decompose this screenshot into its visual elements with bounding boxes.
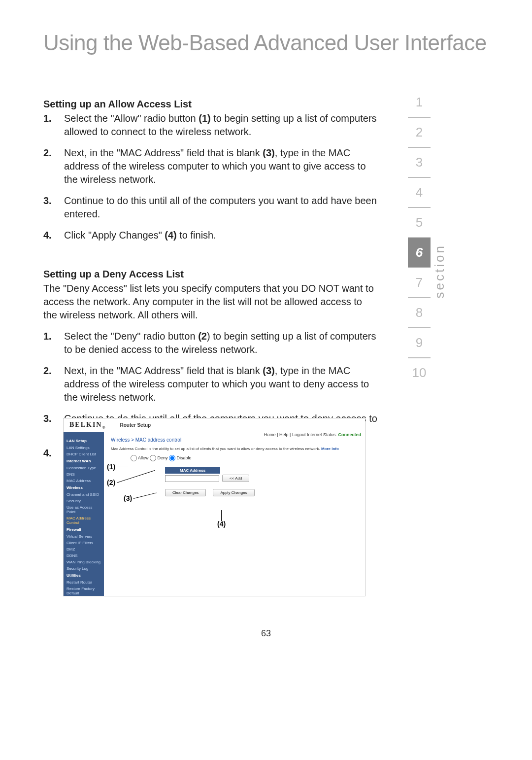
router-setup-label: Router Setup <box>120 422 151 428</box>
sidebar-item[interactable]: MAC Address Control <box>64 515 104 526</box>
section-tabs: 12345678910 <box>408 88 431 387</box>
sidebar-item[interactable]: Client IP Filters <box>64 540 104 546</box>
list-item: 4.Click "Apply Changes" (4) to finish. <box>43 229 378 242</box>
callout-1-line <box>117 467 128 467</box>
page-number: 63 <box>0 628 532 639</box>
section-label: section <box>432 244 447 298</box>
add-button[interactable]: << Add <box>222 475 249 482</box>
section-tab-10[interactable]: 10 <box>408 358 431 387</box>
mac-desc: Mac Address Control is the ability to se… <box>111 447 358 451</box>
allow-heading: Setting up an Allow Access List <box>43 98 378 111</box>
callout-4-line <box>221 510 222 521</box>
sidebar-category: Firewall <box>64 526 104 533</box>
callout-2: (2) <box>107 479 115 486</box>
sidebar-item[interactable]: DHCP Client List <box>64 451 104 457</box>
deny-heading: Setting up a Deny Access List <box>43 268 378 281</box>
section-tab-4[interactable]: 4 <box>408 178 431 208</box>
sidebar-item[interactable]: Channel and SSID <box>64 491 104 498</box>
sidebar-item[interactable]: Restart Router <box>64 579 104 586</box>
list-item: 1.Select the "Allow" radio button (1) to… <box>43 112 378 138</box>
callout-1: (1) <box>107 463 115 471</box>
list-item: 2.Next, in the "MAC Address" field that … <box>43 146 378 186</box>
sidebar-item[interactable]: Connection Type <box>64 465 104 471</box>
section-tab-2[interactable]: 2 <box>408 118 431 148</box>
section-tab-7[interactable]: 7 <box>408 268 431 298</box>
sidebar-category: Internet WAN <box>64 457 104 465</box>
page-title: Using the Web-Based Advanced User Interf… <box>43 31 487 55</box>
section-tab-6[interactable]: 6 <box>408 238 431 268</box>
sidebar-item[interactable]: WAN Ping Blocking <box>64 559 104 565</box>
list-item: 1.Select the "Deny" radio button (2) to … <box>43 330 378 356</box>
callout-3-line <box>133 492 157 499</box>
section-tab-5[interactable]: 5 <box>408 208 431 238</box>
sidebar-item[interactable]: MAC Address <box>64 478 104 484</box>
content-body: Setting up an Allow Access List 1.Select… <box>43 98 378 468</box>
sidebar-item[interactable]: DMZ <box>64 546 104 553</box>
sidebar-category: Utilities <box>64 572 104 579</box>
section-tab-8[interactable]: 8 <box>408 298 431 328</box>
section-tab-3[interactable]: 3 <box>408 148 431 178</box>
more-info-link[interactable]: More Info <box>321 447 339 451</box>
allow-list: 1.Select the "Allow" radio button (1) to… <box>43 112 378 242</box>
router-screenshot: BELKIN® Router Setup Home | Help | Logou… <box>63 418 366 596</box>
deny-radio[interactable]: Deny <box>150 455 168 460</box>
breadcrumb: Wireless > MAC address control <box>111 437 358 443</box>
sidebar-item[interactable]: Virtual Servers <box>64 533 104 540</box>
sidebar-category: Wireless <box>64 484 104 491</box>
callout-4: (4) <box>217 520 226 528</box>
allow-radio[interactable]: Allow <box>131 455 149 460</box>
sidebar-item[interactable]: Use as Access Point <box>64 504 104 515</box>
section-tab-1[interactable]: 1 <box>408 88 431 118</box>
radio-group: Allow Deny Disable <box>131 455 358 461</box>
sidebar-item[interactable]: Restore Factory Default <box>64 586 104 596</box>
list-item: 2.Next, in the "MAC Address" field that … <box>43 364 378 404</box>
sidebar-item[interactable]: LAN Settings <box>64 445 104 451</box>
mac-address-input[interactable] <box>165 475 219 482</box>
callout-3: (3) <box>124 494 132 502</box>
sidebar-item[interactable]: DDNS <box>64 553 104 559</box>
list-item: 3.Continue to do this until all of the c… <box>43 194 378 221</box>
brand-logo: BELKIN® <box>69 421 105 430</box>
sidebar-item[interactable]: DNS <box>64 471 104 478</box>
router-sidebar: LAN SetupLAN SettingsDHCP Client ListInt… <box>64 432 104 596</box>
disable-radio[interactable]: Disable <box>169 455 192 460</box>
sidebar-item[interactable]: Security <box>64 498 104 504</box>
clear-changes-button[interactable]: Clear Changes <box>165 489 206 496</box>
sidebar-item[interactable]: Security Log <box>64 565 104 572</box>
section-tab-9[interactable]: 9 <box>408 328 431 358</box>
deny-intro: The "Deny Access" list lets you specify … <box>43 282 378 322</box>
router-main: Wireless > MAC address control Mac Addre… <box>104 432 365 596</box>
apply-changes-button[interactable]: Apply Changes <box>213 489 254 496</box>
sidebar-category: LAN Setup <box>64 437 104 445</box>
mac-address-header: MAC Address <box>165 467 220 474</box>
